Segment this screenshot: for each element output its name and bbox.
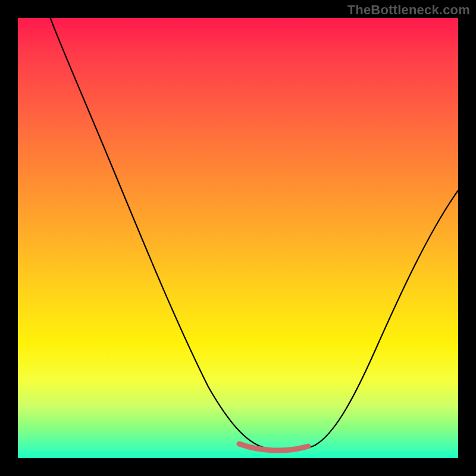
plot-area [18,18,458,458]
bottleneck-curve [42,18,458,450]
optimal-range-marker [239,444,308,450]
chart-frame: TheBottleneck.com [0,0,476,476]
watermark-text: TheBottleneck.com [347,2,470,18]
curve-overlay [18,18,458,458]
